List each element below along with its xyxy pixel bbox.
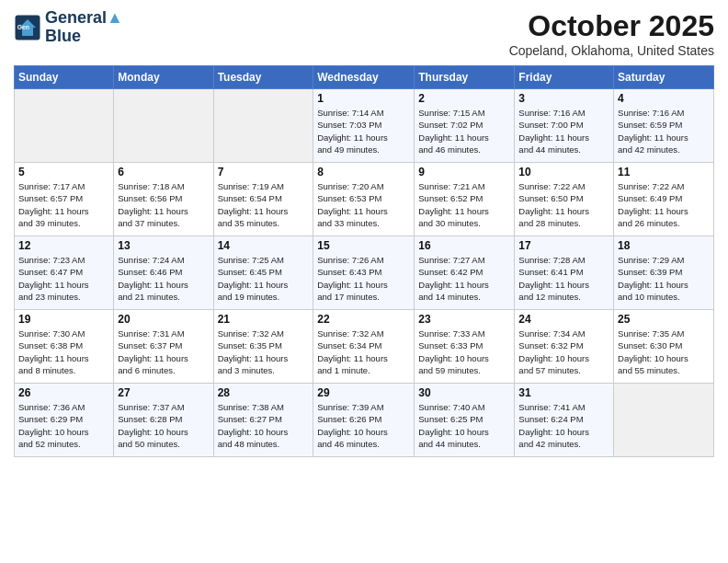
day-cell [15, 89, 114, 163]
day-info: Sunrise: 7:32 AM Sunset: 6:35 PM Dayligh… [218, 327, 310, 376]
day-info: Sunrise: 7:36 AM Sunset: 6:29 PM Dayligh… [18, 401, 109, 450]
day-number: 20 [118, 313, 209, 326]
day-info: Sunrise: 7:30 AM Sunset: 6:38 PM Dayligh… [18, 327, 109, 376]
day-info: Sunrise: 7:29 AM Sunset: 6:39 PM Dayligh… [618, 254, 710, 303]
logo: Gen General▲Blue [14, 9, 123, 46]
day-info: Sunrise: 7:28 AM Sunset: 6:41 PM Dayligh… [518, 254, 609, 303]
day-cell: 24Sunrise: 7:34 AM Sunset: 6:32 PM Dayli… [515, 310, 614, 384]
day-info: Sunrise: 7:39 AM Sunset: 6:26 PM Dayligh… [317, 401, 410, 450]
day-info: Sunrise: 7:26 AM Sunset: 6:43 PM Dayligh… [317, 254, 410, 303]
day-cell: 23Sunrise: 7:33 AM Sunset: 6:33 PM Dayli… [415, 310, 515, 384]
day-info: Sunrise: 7:15 AM Sunset: 7:02 PM Dayligh… [418, 107, 510, 155]
svg-text:Gen: Gen [17, 23, 29, 29]
day-number: 19 [18, 313, 109, 326]
day-number: 13 [118, 239, 209, 252]
day-cell: 17Sunrise: 7:28 AM Sunset: 6:41 PM Dayli… [515, 236, 614, 310]
day-number: 9 [418, 166, 510, 178]
day-info: Sunrise: 7:24 AM Sunset: 6:46 PM Dayligh… [118, 254, 209, 303]
day-number: 31 [518, 386, 609, 399]
day-number: 25 [618, 313, 710, 326]
day-cell: 14Sunrise: 7:25 AM Sunset: 6:45 PM Dayli… [213, 236, 313, 310]
day-cell: 16Sunrise: 7:27 AM Sunset: 6:42 PM Dayli… [415, 236, 515, 310]
day-cell: 5Sunrise: 7:17 AM Sunset: 6:57 PM Daylig… [15, 163, 114, 236]
header-thursday: Thursday [415, 66, 515, 89]
day-number: 12 [18, 239, 109, 252]
day-info: Sunrise: 7:22 AM Sunset: 6:49 PM Dayligh… [618, 180, 710, 229]
day-info: Sunrise: 7:37 AM Sunset: 6:28 PM Dayligh… [118, 401, 209, 450]
day-number: 2 [418, 92, 510, 105]
day-cell: 21Sunrise: 7:32 AM Sunset: 6:35 PM Dayli… [213, 310, 313, 384]
day-info: Sunrise: 7:19 AM Sunset: 6:54 PM Dayligh… [218, 180, 310, 229]
logo-icon: Gen [14, 14, 41, 41]
day-number: 16 [418, 239, 510, 252]
header-sunday: Sunday [15, 66, 114, 89]
calendar-header-row: Sunday Monday Tuesday Wednesday Thursday… [15, 66, 714, 89]
header-friday: Friday [515, 66, 614, 89]
day-cell [114, 89, 213, 163]
header-wednesday: Wednesday [313, 66, 415, 89]
calendar-table: Sunday Monday Tuesday Wednesday Thursday… [14, 65, 714, 457]
day-number: 10 [518, 166, 609, 178]
day-info: Sunrise: 7:22 AM Sunset: 6:50 PM Dayligh… [518, 180, 609, 229]
week-row-2: 5Sunrise: 7:17 AM Sunset: 6:57 PM Daylig… [15, 163, 714, 236]
day-number: 6 [118, 166, 209, 178]
week-row-4: 19Sunrise: 7:30 AM Sunset: 6:38 PM Dayli… [15, 310, 714, 384]
day-info: Sunrise: 7:32 AM Sunset: 6:34 PM Dayligh… [317, 327, 410, 376]
header-tuesday: Tuesday [213, 66, 313, 89]
day-info: Sunrise: 7:41 AM Sunset: 6:24 PM Dayligh… [518, 401, 609, 450]
page-container: Gen General▲Blue October 2025 Copeland, … [0, 0, 728, 466]
location: Copeland, Oklahoma, United States [509, 43, 714, 58]
day-info: Sunrise: 7:20 AM Sunset: 6:53 PM Dayligh… [317, 180, 410, 229]
day-cell: 8Sunrise: 7:20 AM Sunset: 6:53 PM Daylig… [313, 163, 415, 236]
day-cell: 3Sunrise: 7:16 AM Sunset: 7:00 PM Daylig… [515, 89, 614, 163]
day-cell: 27Sunrise: 7:37 AM Sunset: 6:28 PM Dayli… [114, 384, 213, 457]
day-number: 4 [618, 92, 710, 105]
day-number: 11 [618, 166, 710, 178]
day-cell: 6Sunrise: 7:18 AM Sunset: 6:56 PM Daylig… [114, 163, 213, 236]
day-cell: 25Sunrise: 7:35 AM Sunset: 6:30 PM Dayli… [614, 310, 714, 384]
day-cell: 18Sunrise: 7:29 AM Sunset: 6:39 PM Dayli… [614, 236, 714, 310]
day-number: 29 [317, 386, 410, 399]
day-cell: 28Sunrise: 7:38 AM Sunset: 6:27 PM Dayli… [213, 384, 313, 457]
day-number: 24 [518, 313, 609, 326]
day-info: Sunrise: 7:16 AM Sunset: 6:59 PM Dayligh… [618, 107, 710, 155]
month-title: October 2025 [509, 9, 714, 43]
day-cell: 4Sunrise: 7:16 AM Sunset: 6:59 PM Daylig… [614, 89, 714, 163]
day-number: 14 [218, 239, 310, 252]
day-number: 7 [218, 166, 310, 178]
day-number: 5 [18, 166, 109, 178]
day-number: 30 [418, 386, 510, 399]
day-info: Sunrise: 7:18 AM Sunset: 6:56 PM Dayligh… [118, 180, 209, 229]
day-info: Sunrise: 7:25 AM Sunset: 6:45 PM Dayligh… [218, 254, 310, 303]
header-monday: Monday [114, 66, 213, 89]
header-saturday: Saturday [614, 66, 714, 89]
day-cell: 26Sunrise: 7:36 AM Sunset: 6:29 PM Dayli… [15, 384, 114, 457]
day-cell: 11Sunrise: 7:22 AM Sunset: 6:49 PM Dayli… [614, 163, 714, 236]
day-info: Sunrise: 7:35 AM Sunset: 6:30 PM Dayligh… [618, 327, 710, 376]
day-number: 1 [317, 92, 410, 105]
day-cell: 7Sunrise: 7:19 AM Sunset: 6:54 PM Daylig… [213, 163, 313, 236]
day-info: Sunrise: 7:23 AM Sunset: 6:47 PM Dayligh… [18, 254, 109, 303]
title-block: October 2025 Copeland, Oklahoma, United … [509, 9, 714, 58]
day-info: Sunrise: 7:38 AM Sunset: 6:27 PM Dayligh… [218, 401, 310, 450]
day-number: 26 [18, 386, 109, 399]
day-info: Sunrise: 7:27 AM Sunset: 6:42 PM Dayligh… [418, 254, 510, 303]
day-cell [614, 384, 714, 457]
day-info: Sunrise: 7:34 AM Sunset: 6:32 PM Dayligh… [518, 327, 609, 376]
day-info: Sunrise: 7:16 AM Sunset: 7:00 PM Dayligh… [518, 107, 609, 155]
week-row-3: 12Sunrise: 7:23 AM Sunset: 6:47 PM Dayli… [15, 236, 714, 310]
day-info: Sunrise: 7:14 AM Sunset: 7:03 PM Dayligh… [317, 107, 410, 155]
day-number: 28 [218, 386, 310, 399]
week-row-1: 1Sunrise: 7:14 AM Sunset: 7:03 PM Daylig… [15, 89, 714, 163]
day-cell: 15Sunrise: 7:26 AM Sunset: 6:43 PM Dayli… [313, 236, 415, 310]
page-header: Gen General▲Blue October 2025 Copeland, … [14, 9, 714, 58]
day-number: 8 [317, 166, 410, 178]
day-info: Sunrise: 7:40 AM Sunset: 6:25 PM Dayligh… [418, 401, 510, 450]
day-info: Sunrise: 7:17 AM Sunset: 6:57 PM Dayligh… [18, 180, 109, 229]
day-cell: 13Sunrise: 7:24 AM Sunset: 6:46 PM Dayli… [114, 236, 213, 310]
day-number: 23 [418, 313, 510, 326]
day-number: 21 [218, 313, 310, 326]
day-cell: 20Sunrise: 7:31 AM Sunset: 6:37 PM Dayli… [114, 310, 213, 384]
day-info: Sunrise: 7:31 AM Sunset: 6:37 PM Dayligh… [118, 327, 209, 376]
day-cell: 10Sunrise: 7:22 AM Sunset: 6:50 PM Dayli… [515, 163, 614, 236]
